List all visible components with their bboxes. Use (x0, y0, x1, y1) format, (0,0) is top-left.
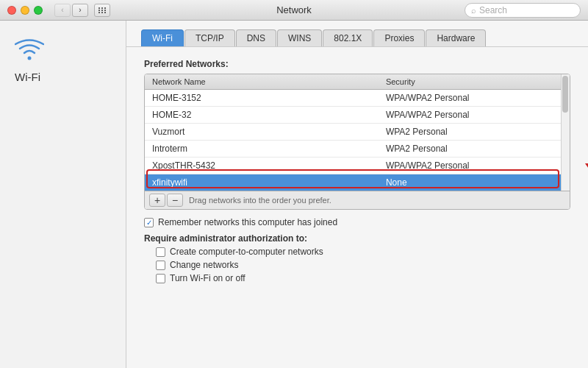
create-networks-row: Create computer-to-computer networks (156, 247, 570, 257)
arrow-annotation (585, 125, 588, 178)
table-row[interactable]: XpostTHR-5432 WPA/WPA2 Personal (145, 158, 570, 174)
table-row[interactable]: Vuzmort WPA2 Personal (145, 124, 570, 141)
security-cell: WPA/WPA2 Personal (379, 90, 570, 107)
main-panel: Wi-Fi TCP/IP DNS WINS 802.1X Proxies Har… (126, 21, 588, 368)
network-name-cell: XpostTHR-5432 (145, 158, 379, 174)
security-cell: None (379, 174, 570, 191)
table-outer: Network Name Security HOME-3152 WPA/WPA2… (144, 74, 570, 210)
admin-auth-label: Require administrator authorization to: (144, 233, 570, 244)
security-cell: WPA2 Personal (379, 141, 570, 158)
change-networks-row: Change networks (156, 260, 570, 270)
maximize-button[interactable] (34, 6, 43, 15)
turn-wifi-checkbox[interactable] (156, 274, 165, 283)
table-row[interactable]: HOME-3152 WPA/WPA2 Personal (145, 90, 570, 107)
drag-hint: Drag networks into the order you prefer. (189, 196, 331, 205)
traffic-lights (7, 6, 43, 15)
network-name-cell: HOME-3152 (145, 90, 379, 107)
create-networks-checkbox[interactable] (156, 247, 165, 257)
network-table: Network Name Security HOME-3152 WPA/WPA2… (145, 74, 570, 191)
wifi-icon (15, 35, 44, 65)
turn-wifi-row: Turn Wi-Fi on or off (156, 273, 570, 283)
create-networks-label: Create computer-to-computer networks (170, 247, 323, 257)
tab-dns[interactable]: DNS (236, 29, 276, 46)
forward-button[interactable]: › (72, 4, 88, 17)
wifi-label: Wi-Fi (15, 71, 40, 83)
arrow-head-icon (585, 163, 588, 178)
network-name-cell: Introterm (145, 141, 379, 158)
change-networks-checkbox[interactable] (156, 261, 165, 270)
tab-wifi[interactable]: Wi-Fi (141, 29, 184, 46)
table-row[interactable]: HOME-32 WPA/WPA2 Personal (145, 107, 570, 124)
table-row-selected[interactable]: xfinitywifi None (145, 174, 570, 191)
grid-view-button[interactable] (94, 4, 110, 17)
search-icon: ⌕ (471, 6, 476, 15)
search-box[interactable]: ⌕ Search (465, 3, 581, 18)
table-row[interactable]: Introterm WPA2 Personal (145, 141, 570, 158)
remember-networks-label: Remember networks this computer has join… (158, 217, 337, 227)
minimize-button[interactable] (21, 6, 29, 15)
preferred-networks-section: Preferred Networks: Network Name Securit… (126, 47, 588, 298)
network-name-cell: Vuzmort (145, 124, 379, 141)
turn-wifi-label: Turn Wi-Fi on or off (170, 273, 245, 283)
tab-wins[interactable]: WINS (277, 29, 322, 46)
change-networks-label: Change networks (170, 260, 238, 270)
col-network-name: Network Name (145, 74, 379, 90)
grid-icon (98, 7, 107, 13)
close-button[interactable] (7, 6, 16, 15)
network-table-wrapper: Network Name Security HOME-3152 WPA/WPA2… (144, 74, 570, 210)
col-security: Security (379, 74, 570, 90)
security-cell: WPA/WPA2 Personal (379, 158, 570, 174)
table-scroll[interactable]: Network Name Security HOME-3152 WPA/WPA2… (145, 74, 570, 191)
checkmark-icon: ✓ (146, 219, 152, 227)
remember-networks-checkbox[interactable]: ✓ (144, 218, 154, 227)
scrollbar-track[interactable] (561, 74, 570, 191)
content-area: Wi-Fi Wi-Fi TCP/IP DNS WINS 802.1X Proxi… (0, 21, 588, 368)
preferred-networks-label: Preferred Networks: (144, 59, 570, 69)
network-name-cell: HOME-32 (145, 107, 379, 124)
tab-hardware[interactable]: Hardware (426, 29, 486, 46)
add-network-button[interactable]: + (149, 194, 165, 207)
security-cell: WPA/WPA2 Personal (379, 107, 570, 124)
tab-proxies[interactable]: Proxies (373, 29, 425, 46)
sidebar: Wi-Fi (0, 21, 126, 368)
remove-network-button[interactable]: − (167, 194, 183, 207)
remember-networks-row: ✓ Remember networks this computer has jo… (144, 217, 570, 227)
titlebar: ‹ › Network ⌕ Search (0, 0, 588, 21)
network-name-cell: xfinitywifi (145, 174, 379, 191)
scrollbar-thumb[interactable] (562, 76, 568, 113)
tab-tcpip[interactable]: TCP/IP (184, 29, 235, 46)
window-title: Network (276, 4, 312, 15)
back-button[interactable]: ‹ (54, 4, 71, 17)
wifi-section: Wi-Fi (0, 35, 126, 83)
security-cell: WPA2 Personal (379, 124, 570, 141)
svg-point-0 (28, 57, 32, 60)
tab-8021x[interactable]: 802.1X (323, 29, 373, 46)
search-placeholder: Search (479, 5, 507, 15)
options-section: ✓ Remember networks this computer has jo… (144, 217, 570, 283)
add-remove-row: + − Drag networks into the order you pre… (145, 191, 570, 209)
tabs-row: Wi-Fi TCP/IP DNS WINS 802.1X Proxies Har… (126, 21, 588, 47)
